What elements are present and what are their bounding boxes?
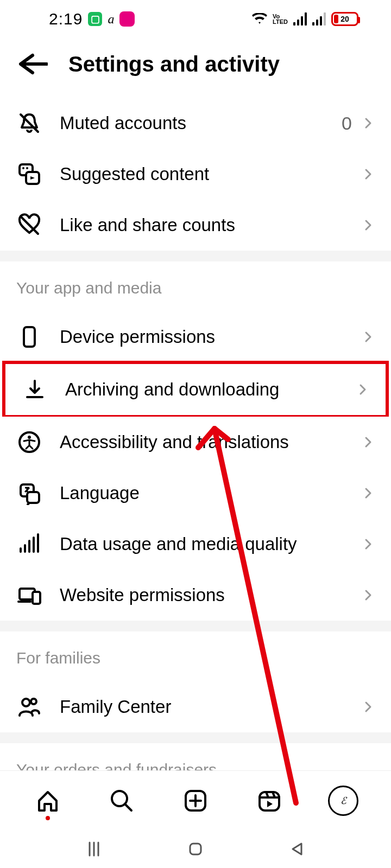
- row-suggested-content[interactable]: Suggested content: [0, 149, 391, 200]
- row-label: Data usage and media quality: [60, 534, 344, 554]
- chevron-right-icon: [362, 700, 375, 713]
- system-nav: [0, 830, 391, 868]
- svg-point-8: [28, 436, 31, 439]
- chevron-right-icon: [362, 538, 375, 551]
- signal-bars-2: [312, 12, 326, 25]
- sys-recent[interactable]: [82, 837, 106, 861]
- phone-icon: [16, 324, 42, 350]
- chevron-right-icon: [362, 330, 375, 343]
- svg-point-14: [31, 699, 36, 704]
- nav-create[interactable]: [179, 784, 212, 817]
- suggested-content-icon: [16, 161, 42, 187]
- row-label: Language: [60, 483, 344, 503]
- svg-rect-19: [190, 844, 201, 854]
- nav-home[interactable]: [31, 784, 64, 817]
- nav-home-dot: [46, 816, 50, 820]
- heart-off-icon: [16, 212, 42, 238]
- row-website-permissions[interactable]: Website permissions: [0, 570, 391, 621]
- carrier-label: Vo LTED: [273, 14, 288, 24]
- svg-rect-6: [24, 327, 35, 347]
- row-family-center[interactable]: Family Center: [0, 681, 391, 732]
- language-icon: [16, 480, 42, 506]
- chevron-right-icon: [362, 219, 375, 232]
- battery-pct: 20: [340, 15, 349, 23]
- row-archiving-downloading[interactable]: Archiving and downloading: [5, 364, 386, 415]
- row-label: Website permissions: [60, 585, 344, 605]
- row-label: Device permissions: [60, 327, 344, 347]
- status-app-icon-3: [119, 11, 135, 27]
- row-device-permissions[interactable]: Device permissions: [0, 311, 391, 362]
- section-divider: [0, 251, 391, 261]
- wifi-icon: [252, 13, 267, 25]
- bell-off-icon: [16, 110, 42, 136]
- accessibility-icon: [16, 429, 42, 455]
- download-icon: [22, 376, 48, 403]
- page-title: Settings and activity: [68, 52, 280, 76]
- row-label: Suggested content: [60, 164, 344, 184]
- chevron-right-icon: [362, 589, 375, 602]
- svg-rect-10: [27, 492, 39, 503]
- svg-line-16: [125, 804, 131, 810]
- svg-line-5: [21, 216, 38, 234]
- devices-icon: [16, 582, 42, 608]
- sys-home[interactable]: [184, 837, 207, 861]
- annotation-highlight-box: Archiving and downloading: [2, 361, 389, 418]
- row-value: 0: [342, 113, 352, 134]
- svg-point-4: [26, 167, 28, 169]
- section-divider: [0, 621, 391, 631]
- section-header-app-media: Your app and media: [0, 261, 391, 311]
- row-accessibility-translations[interactable]: Accessibility and translations: [0, 417, 391, 468]
- svg-rect-18: [260, 792, 279, 810]
- chevron-right-icon: [356, 383, 369, 396]
- nav-search[interactable]: [105, 784, 138, 817]
- row-label: Like and share counts: [60, 215, 344, 235]
- page-header: Settings and activity: [0, 38, 391, 98]
- nav-profile[interactable]: ℰ: [327, 784, 360, 817]
- bars-icon: [16, 531, 42, 557]
- row-like-share-counts[interactable]: Like and share counts: [0, 200, 391, 251]
- section-divider: [0, 732, 391, 743]
- svg-point-13: [22, 699, 30, 706]
- row-label: Accessibility and translations: [60, 432, 344, 452]
- chevron-right-icon: [362, 168, 375, 181]
- row-label: Archiving and downloading: [65, 379, 339, 400]
- chevron-right-icon: [362, 117, 375, 130]
- row-language[interactable]: Language: [0, 468, 391, 519]
- svg-rect-12: [33, 592, 40, 604]
- people-icon: [16, 694, 42, 720]
- svg-point-3: [22, 167, 24, 169]
- row-data-usage[interactable]: Data usage and media quality: [0, 519, 391, 570]
- status-app-icon-2: a: [108, 12, 114, 27]
- row-label: Family Center: [60, 697, 344, 717]
- chevron-right-icon: [362, 436, 375, 449]
- status-app-icon-1: ▢: [88, 12, 102, 26]
- profile-avatar: ℰ: [328, 786, 358, 816]
- nav-reels[interactable]: [253, 784, 286, 817]
- sys-back[interactable]: [285, 837, 309, 861]
- chevron-right-icon: [362, 487, 375, 500]
- status-time: 2:19: [49, 10, 83, 28]
- back-button[interactable]: [16, 48, 49, 80]
- status-bar: 2:19 ▢ a Vo LTED 20: [0, 0, 391, 38]
- row-muted-accounts[interactable]: Muted accounts 0: [0, 98, 391, 149]
- signal-bars-1: [293, 12, 307, 25]
- bottom-nav: ℰ: [0, 770, 391, 830]
- battery-icon: 20: [331, 12, 358, 26]
- row-label: Muted accounts: [60, 113, 324, 133]
- section-header-families: For families: [0, 631, 391, 681]
